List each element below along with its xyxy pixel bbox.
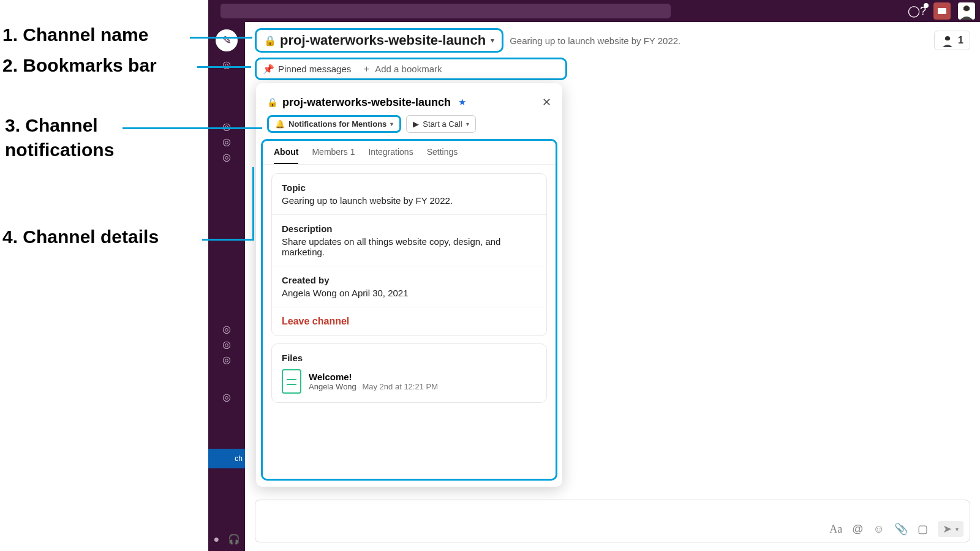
channel-name-text: proj-waterworks-website-launch — [280, 32, 486, 48]
files-label: Files — [282, 353, 537, 363]
lock-icon: 🔒 — [267, 97, 277, 107]
annotation-4: 4. Channel details — [2, 227, 159, 247]
sidebar-item[interactable]: ◎ — [208, 339, 245, 350]
sidebar-presence[interactable]: ● 🎧 — [208, 533, 245, 545]
sidebar-item[interactable]: ◎ — [208, 323, 245, 335]
description-value: Share updates on all things website copy… — [282, 236, 537, 257]
sidebar-item[interactable]: ◎ — [208, 121, 245, 132]
chevron-down-icon: ▾ — [466, 121, 469, 127]
created-value: Angela Wong on April 30, 2021 — [282, 288, 537, 298]
channel-details-popover: 🔒 proj-waterworks-website-launch ★ ✕ 🔔 N… — [256, 83, 562, 487]
topic-label: Topic — [282, 182, 537, 193]
popover-title: proj-waterworks-website-launch — [282, 96, 451, 109]
topic-section[interactable]: Topic Gearing up to launch website by FY… — [272, 174, 546, 215]
app-topbar: ◯? — [208, 0, 980, 22]
notifications-button[interactable]: 🔔 Notifications for Mentions ▾ — [267, 115, 401, 133]
plus-icon: ＋ — [362, 63, 371, 75]
left-sidebar: ✎ ◎ ◎ ◎ ◎ ◎ ◎ ◎ ◎ ch ● 🎧 — [208, 22, 245, 551]
sidebar-item[interactable]: ◎ — [208, 136, 245, 148]
popover-actions: 🔔 Notifications for Mentions ▾ ▶ Start a… — [256, 115, 562, 139]
send-button[interactable]: ➤ ▾ — [938, 521, 963, 537]
format-icon[interactable]: Aa — [829, 523, 842, 536]
file-author: Angela Wong — [309, 382, 356, 391]
member-count: 1 — [958, 35, 963, 46]
description-section[interactable]: Description Share updates on all things … — [272, 215, 546, 266]
annotation-line-4 — [202, 239, 252, 241]
file-row[interactable]: Welcome! Angela Wong May 2nd at 12:21 PM — [282, 369, 537, 394]
leave-channel-section: Leave channel — [272, 307, 546, 335]
composer-toolbar: Aa @ ☺ 📎 ▢ ➤ ▾ — [829, 521, 963, 537]
pinned-label: Pinned messages — [278, 64, 351, 74]
attachment-icon[interactable]: 📎 — [894, 522, 908, 536]
created-by-section: Created by Angela Wong on April 30, 2021 — [272, 266, 546, 307]
sidebar-item[interactable]: ◎ — [208, 391, 245, 403]
emoji-icon[interactable]: ☺ — [873, 523, 884, 536]
sidebar-item-threads[interactable]: ◎ — [208, 59, 245, 70]
annotation-panel: 1. Channel name 2. Bookmarks bar 3. Chan… — [0, 0, 208, 551]
file-timestamp: May 2nd at 12:21 PM — [362, 382, 438, 391]
files-card: Files Welcome! Angela Wong May 2nd at 12… — [271, 343, 547, 403]
file-subtext: Angela Wong May 2nd at 12:21 PM — [309, 382, 438, 391]
sidebar-item[interactable]: ◎ — [208, 151, 245, 163]
chevron-down-icon: ▾ — [390, 121, 393, 127]
main-content: 🔒 proj-waterworks-website-launch ▾ Geari… — [245, 22, 980, 551]
tab-settings[interactable]: Settings — [427, 142, 458, 164]
popover-header: 🔒 proj-waterworks-website-launch ★ ✕ — [256, 93, 562, 115]
annotation-line-3 — [123, 127, 262, 129]
channel-header: 🔒 proj-waterworks-website-launch ▾ Geari… — [245, 22, 980, 56]
annotation-3a: 3. Channel — [5, 115, 98, 136]
help-icon[interactable]: ◯? — [908, 4, 926, 18]
annotation-line-2 — [197, 66, 251, 68]
channel-name-button[interactable]: 🔒 proj-waterworks-website-launch ▾ — [255, 28, 503, 53]
start-call-label: Start a Call — [423, 119, 462, 129]
channel-topic: Gearing up to launch website by FY 2022. — [510, 36, 680, 46]
annotation-line-1 — [190, 37, 252, 39]
channel-details-body: About Members 1 Integrations Settings To… — [261, 139, 557, 481]
lock-icon: 🔒 — [264, 35, 276, 47]
workspace-switcher-icon[interactable] — [933, 2, 951, 20]
annotation-1: 1. Channel name — [2, 24, 148, 45]
document-icon — [282, 369, 301, 394]
chevron-down-icon: ▾ — [491, 36, 494, 45]
description-label: Description — [282, 223, 537, 234]
bookmarks-bar: 📌 Pinned messages ＋ Add a bookmark — [255, 58, 567, 80]
members-button[interactable]: 1 — [934, 31, 970, 50]
pin-icon: 📌 — [263, 64, 274, 75]
file-name: Welcome! — [309, 372, 438, 382]
tab-integrations[interactable]: Integrations — [368, 142, 413, 164]
member-avatar-icon — [941, 34, 954, 47]
tab-about[interactable]: About — [274, 142, 298, 164]
mention-icon[interactable]: @ — [852, 523, 863, 536]
add-bookmark-label: Add a bookmark — [375, 64, 442, 74]
leave-channel-button[interactable]: Leave channel — [282, 316, 349, 326]
start-call-button[interactable]: ▶ Start a Call ▾ — [406, 115, 475, 133]
pinned-messages-button[interactable]: 📌 Pinned messages — [263, 64, 351, 75]
video-clip-icon[interactable]: ▢ — [918, 522, 928, 536]
add-bookmark-button[interactable]: ＋ Add a bookmark — [362, 63, 442, 75]
compose-button[interactable]: ✎ — [216, 29, 238, 51]
annotation-3b: notifications — [5, 140, 114, 160]
star-icon[interactable]: ★ — [458, 97, 466, 108]
bell-icon: 🔔 — [275, 119, 285, 129]
close-icon[interactable]: ✕ — [542, 96, 551, 109]
sidebar-item[interactable]: ◎ — [208, 354, 245, 365]
about-card: Topic Gearing up to launch website by FY… — [271, 173, 547, 336]
user-avatar[interactable] — [958, 2, 975, 20]
topic-value: Gearing up to launch website by FY 2022. — [282, 195, 537, 206]
message-composer[interactable]: Aa @ ☺ 📎 ▢ ➤ ▾ — [255, 500, 970, 542]
annotation-line-4v — [252, 167, 254, 241]
sidebar-active-channel[interactable]: ch — [208, 449, 245, 468]
search-input[interactable] — [221, 4, 671, 18]
popover-tabs: About Members 1 Integrations Settings — [263, 142, 556, 165]
notifications-label: Notifications for Mentions — [288, 119, 386, 129]
video-icon: ▶ — [413, 119, 419, 129]
created-label: Created by — [282, 275, 537, 285]
annotation-2: 2. Bookmarks bar — [2, 55, 157, 76]
tab-members[interactable]: Members 1 — [312, 142, 355, 164]
